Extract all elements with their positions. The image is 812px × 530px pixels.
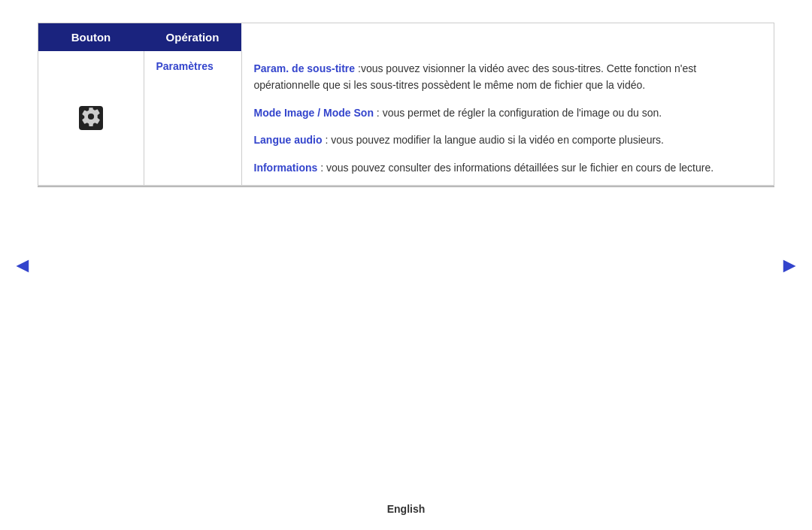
text-2: vous permet de régler la configuration d… bbox=[380, 107, 662, 119]
main-table: Bouton Opération P bbox=[38, 23, 774, 186]
keyword-informations: Informations bbox=[254, 162, 318, 174]
desc-block-1: Param. de sous-titre :vous pouvez vision… bbox=[254, 60, 762, 94]
cell-bouton bbox=[38, 51, 144, 185]
main-table-container: Bouton Opération P bbox=[38, 23, 774, 186]
desc-block-4: Informations : vous pouvez consulter des… bbox=[254, 159, 762, 176]
col-header-bouton: Bouton bbox=[38, 23, 144, 51]
col-header-operation: Opération bbox=[144, 23, 241, 51]
keyword-mode-image: Mode Image / Mode Son bbox=[254, 107, 374, 119]
cell-label: Paramètres bbox=[144, 51, 241, 185]
sep-1: : bbox=[355, 62, 361, 74]
divider-line bbox=[38, 186, 774, 187]
page-wrapper: Bouton Opération P bbox=[0, 0, 812, 530]
settings-icon bbox=[79, 106, 103, 130]
desc-block-2: Mode Image / Mode Son : vous permet de r… bbox=[254, 104, 762, 121]
keyword-langue-audio: Langue audio bbox=[254, 134, 323, 146]
sep-4: : bbox=[317, 162, 323, 174]
cell-description: Param. de sous-titre :vous pouvez vision… bbox=[241, 51, 774, 185]
sep-2: : bbox=[374, 107, 380, 119]
desc-block-3: Langue audio : vous pouvez modifier la l… bbox=[254, 132, 762, 148]
text-3: vous pouvez modifier la langue audio si … bbox=[328, 134, 664, 146]
param-label: Paramètres bbox=[156, 60, 214, 72]
table-row: Paramètres Param. de sous-titre :vous po… bbox=[38, 51, 774, 185]
text-4: vous pouvez consulter des informations d… bbox=[323, 162, 714, 174]
nav-arrow-right[interactable]: ► bbox=[779, 253, 800, 277]
nav-arrow-left[interactable]: ◄ bbox=[12, 253, 33, 277]
footer-language: English bbox=[387, 503, 426, 515]
keyword-sous-titre: Param. de sous-titre bbox=[254, 62, 356, 74]
